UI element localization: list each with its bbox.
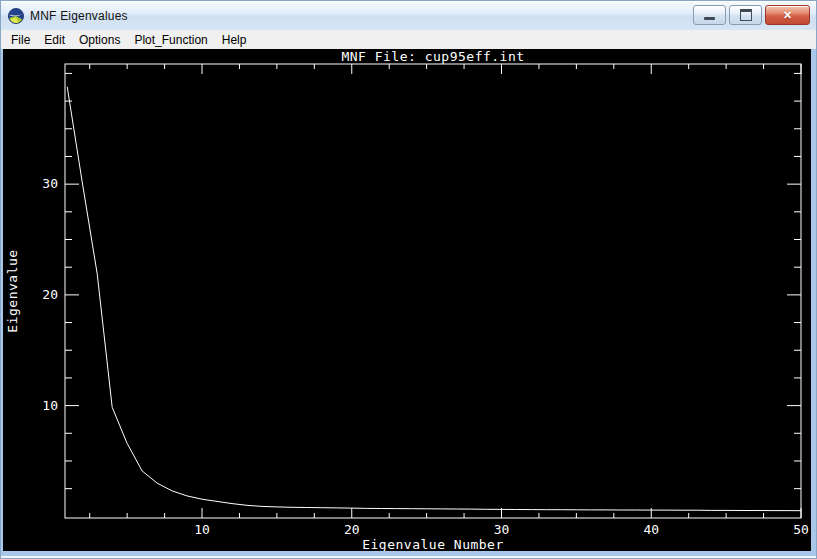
svg-text:20: 20 — [42, 287, 58, 302]
maximize-icon — [740, 9, 752, 21]
close-button[interactable]: ✕ — [765, 5, 810, 25]
window-bottom-edge — [1, 556, 816, 558]
menu-item-options[interactable]: Options — [72, 31, 127, 49]
svg-text:10: 10 — [42, 398, 58, 413]
svg-text:30: 30 — [42, 176, 58, 191]
close-icon: ✕ — [783, 10, 792, 21]
minimize-button[interactable] — [693, 5, 726, 25]
menu-item-help[interactable]: Help — [215, 31, 254, 49]
app-window: MNF Eigenvalues ✕ File Edit Options Plot… — [0, 0, 817, 559]
envi-app-icon — [7, 7, 25, 25]
menu-item-file[interactable]: File — [4, 31, 37, 49]
maximize-button[interactable] — [729, 5, 762, 25]
svg-text:MNF File: cup95eff.int: MNF File: cup95eff.int — [341, 49, 524, 64]
svg-text:Eigenvalue Number: Eigenvalue Number — [362, 537, 504, 551]
window-title: MNF Eigenvalues — [30, 9, 128, 23]
plot-svg: 1020304050102030MNF File: cup95eff.intEi… — [3, 49, 811, 551]
menu-bar: File Edit Options Plot_Function Help — [1, 30, 816, 49]
svg-text:40: 40 — [643, 522, 659, 537]
svg-text:10: 10 — [194, 522, 210, 537]
minimize-icon — [704, 17, 715, 20]
menu-item-edit[interactable]: Edit — [37, 31, 72, 49]
window-controls: ✕ — [693, 5, 810, 25]
plot-area: 1020304050102030MNF File: cup95eff.intEi… — [3, 49, 811, 551]
svg-text:50: 50 — [793, 522, 809, 537]
title-bar[interactable]: MNF Eigenvalues ✕ — [1, 1, 816, 30]
svg-text:Eigenvalue: Eigenvalue — [5, 249, 20, 332]
svg-text:30: 30 — [494, 522, 510, 537]
svg-text:20: 20 — [344, 522, 360, 537]
menu-item-plot-function[interactable]: Plot_Function — [127, 31, 214, 49]
